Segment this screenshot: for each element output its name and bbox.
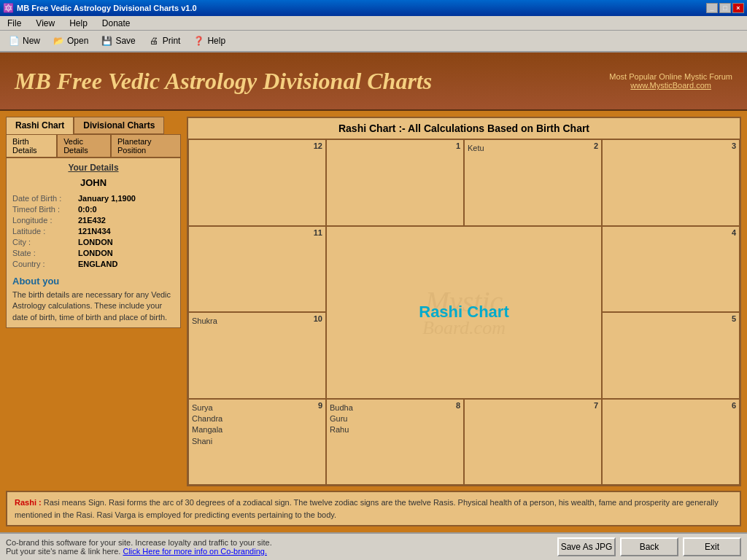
detail-city: City : LONDON bbox=[12, 238, 174, 246]
content-row: Rashi Chart Divisional Charts Birth Deta… bbox=[6, 117, 741, 486]
exit-button[interactable]: Exit bbox=[683, 537, 741, 556]
subtab-planetary-position[interactable]: Planetary Position bbox=[111, 134, 181, 158]
cell-5-number: 5 bbox=[732, 314, 736, 323]
new-label: New bbox=[23, 36, 40, 46]
subtab-birth-details[interactable]: Birth Details bbox=[6, 134, 57, 158]
center-cell: Mystic Board.com Rashi Chart bbox=[326, 226, 602, 399]
lng-value: 21E432 bbox=[78, 216, 106, 225]
detail-longitude: Longitude : 21E432 bbox=[12, 216, 174, 225]
cell-10: 10 Shukra bbox=[188, 312, 326, 399]
menubar: File View Help Donate bbox=[0, 16, 747, 31]
print-icon: 🖨 bbox=[147, 34, 160, 47]
cell-8-content: Budha Guru Rahu bbox=[330, 403, 353, 435]
menu-view[interactable]: View bbox=[31, 17, 59, 30]
save-button[interactable]: 💾 Save bbox=[97, 33, 138, 49]
header-link[interactable]: www.MysticBoard.com bbox=[609, 81, 732, 90]
chart-title: Rashi Chart :- All Calculations Based on… bbox=[188, 118, 740, 139]
detail-tob: Timeof Birth : 0:0:0 bbox=[12, 205, 174, 214]
cobrand-link[interactable]: Click Here for more info on Co-branding. bbox=[123, 547, 266, 556]
left-panel: Rashi Chart Divisional Charts Birth Deta… bbox=[6, 117, 181, 486]
cell-6-number: 6 bbox=[732, 401, 736, 410]
subtab-vedic-details[interactable]: Vedic Details bbox=[57, 134, 111, 158]
country-label: Country : bbox=[12, 260, 78, 268]
city-value: LONDON bbox=[78, 238, 113, 246]
help-button[interactable]: ❓ Help bbox=[189, 33, 228, 49]
open-icon: 📂 bbox=[52, 34, 65, 47]
lat-value: 121N434 bbox=[78, 227, 111, 236]
titlebar-left: 🔯 MB Free Vedic Astrology Divisional Cha… bbox=[3, 3, 197, 13]
user-name: JOHN bbox=[12, 177, 174, 188]
cell-1-number: 1 bbox=[456, 141, 460, 150]
detail-country: Country : ENGLAND bbox=[12, 260, 174, 268]
print-label: Print bbox=[163, 36, 181, 46]
rashi-center-label: Rashi Chart bbox=[419, 303, 508, 322]
chart-tabs: Rashi Chart Divisional Charts bbox=[6, 117, 181, 134]
save-icon: 💾 bbox=[100, 34, 113, 47]
rashi-grid: 12 1 2 Ketu 3 11 bbox=[188, 139, 740, 485]
cell-9-number: 9 bbox=[318, 401, 322, 410]
cell-6: 6 bbox=[602, 399, 740, 486]
cell-9-content: Surya Chandra Mangala Shani bbox=[192, 403, 222, 446]
header-tagline: Most Popular Online Mystic Forum www.Mys… bbox=[609, 72, 732, 90]
cell-12-number: 12 bbox=[314, 141, 322, 150]
menu-donate[interactable]: Donate bbox=[98, 17, 135, 30]
cell-7: 7 bbox=[464, 399, 602, 486]
status-text: Co-brand this software for your site. In… bbox=[6, 538, 557, 556]
details-box: Your Details JOHN Date of Birth : Januar… bbox=[6, 158, 181, 328]
detail-dob: Date of Birth : January 1,1900 bbox=[12, 194, 174, 203]
menu-help[interactable]: Help bbox=[65, 17, 92, 30]
app-title: MB Free Vedic Astrology Divisional Chart… bbox=[15, 68, 432, 95]
cell-10-number: 10 bbox=[314, 314, 322, 323]
cell-5: 5 bbox=[602, 312, 740, 399]
save-jpg-button[interactable]: Save As JPG bbox=[557, 537, 616, 556]
cell-4: 4 bbox=[602, 226, 740, 313]
titlebar-controls: _ □ × bbox=[706, 3, 744, 13]
titlebar-title: MB Free Vedic Astrology Divisional Chart… bbox=[17, 4, 197, 12]
tob-value: 0:0:0 bbox=[78, 205, 97, 214]
detail-state: State : LONDON bbox=[12, 249, 174, 257]
print-button[interactable]: 🖨 Print bbox=[144, 33, 184, 49]
tagline-text: Most Popular Online Mystic Forum bbox=[609, 72, 732, 81]
details-title: Your Details bbox=[12, 163, 174, 173]
status-line2: Put your site's name & link here. Click … bbox=[6, 547, 557, 556]
app-icon: 🔯 bbox=[3, 3, 14, 13]
status-line2-text: Put your site's name & link here. bbox=[6, 547, 120, 556]
open-label: Open bbox=[67, 36, 88, 46]
cell-1: 1 bbox=[326, 139, 464, 226]
tab-rashi-chart[interactable]: Rashi Chart bbox=[6, 117, 74, 134]
cell-8: 8 Budha Guru Rahu bbox=[326, 399, 464, 486]
rashi-description: Rasi means Sign. Rasi forms the arc of 3… bbox=[15, 498, 719, 519]
menu-file[interactable]: File bbox=[3, 17, 26, 30]
cell-9: 9 Surya Chandra Mangala Shani bbox=[188, 399, 326, 486]
about-heading: About you bbox=[12, 276, 174, 287]
state-label: State : bbox=[12, 249, 78, 257]
cell-2-content: Ketu bbox=[468, 144, 484, 152]
save-label: Save bbox=[115, 36, 135, 46]
lng-label: Longitude : bbox=[12, 216, 78, 225]
rashi-label: Rashi : bbox=[15, 498, 42, 507]
cell-11: 11 bbox=[188, 226, 326, 313]
header: MB Free Vedic Astrology Divisional Chart… bbox=[0, 52, 747, 111]
statusbar: Co-brand this software for your site. In… bbox=[0, 532, 747, 560]
close-button[interactable]: × bbox=[732, 3, 744, 13]
minimize-button[interactable]: _ bbox=[706, 3, 718, 13]
new-button[interactable]: 📄 New bbox=[4, 33, 43, 49]
cell-2-number: 2 bbox=[594, 141, 598, 150]
open-button[interactable]: 📂 Open bbox=[49, 33, 91, 49]
tab-divisional-charts[interactable]: Divisional Charts bbox=[74, 117, 164, 134]
cell-3: 3 bbox=[602, 139, 740, 226]
cell-7-number: 7 bbox=[594, 401, 598, 410]
bottom-info: Rashi : Rasi means Sign. Rasi forms the … bbox=[6, 491, 741, 526]
new-icon: 📄 bbox=[7, 34, 20, 47]
about-text: The birth details are necessary for any … bbox=[12, 289, 174, 323]
sub-tabs: Birth Details Vedic Details Planetary Po… bbox=[6, 134, 181, 158]
back-button[interactable]: Back bbox=[620, 537, 678, 556]
country-value: ENGLAND bbox=[78, 260, 117, 268]
state-value: LONDON bbox=[78, 249, 113, 257]
maximize-button[interactable]: □ bbox=[719, 3, 731, 13]
main-content: Rashi Chart Divisional Charts Birth Deta… bbox=[0, 111, 747, 532]
tob-label: Timeof Birth : bbox=[12, 205, 78, 214]
cell-8-number: 8 bbox=[456, 401, 460, 410]
rashi-chart-panel: Rashi Chart :- All Calculations Based on… bbox=[187, 117, 741, 486]
dob-label: Date of Birth : bbox=[12, 194, 78, 203]
